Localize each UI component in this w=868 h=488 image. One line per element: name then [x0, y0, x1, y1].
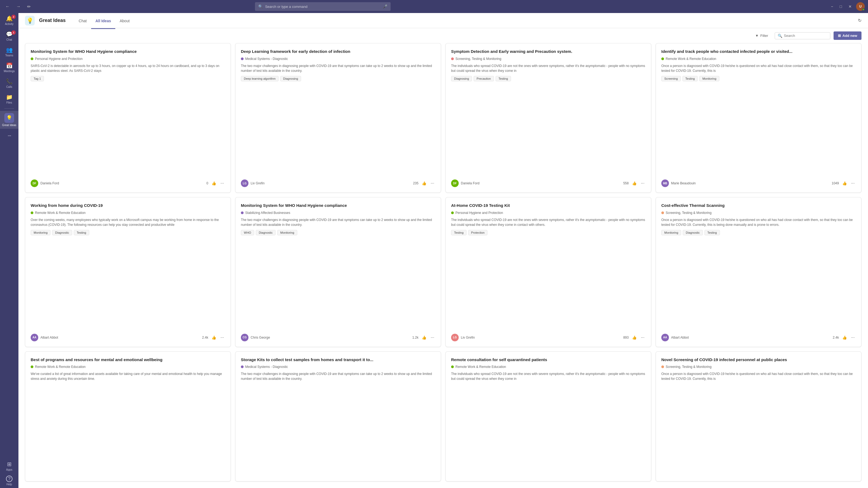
activity-badge: 2: [11, 14, 16, 19]
tag[interactable]: Diagnostic: [256, 230, 276, 235]
refresh-button[interactable]: ↻: [858, 18, 862, 23]
more-options-button[interactable]: ···: [219, 180, 225, 186]
search-input[interactable]: [265, 5, 380, 9]
more-options-button[interactable]: ···: [640, 334, 646, 340]
card-category: Remote Work & Remote Education: [31, 365, 225, 369]
tag[interactable]: Diagnostic: [683, 230, 703, 235]
card-5[interactable]: Working from home during COVID-19 Remote…: [25, 197, 231, 347]
tag[interactable]: Testing: [451, 230, 467, 235]
like-button[interactable]: 👍: [841, 181, 848, 186]
tag[interactable]: Monitoring: [31, 230, 51, 235]
sidebar-item-teams[interactable]: 👥 Teams: [0, 44, 19, 59]
card-8[interactable]: Cost-effective Thermal Scanning Screenin…: [656, 197, 862, 347]
like-button[interactable]: 👍: [421, 335, 428, 340]
tag[interactable]: Testing: [74, 230, 89, 235]
card-description: The two major challenges in diagnosing p…: [241, 63, 435, 73]
category-dot: [31, 58, 33, 60]
sidebar-item-apps[interactable]: ⊞ Apps: [0, 459, 19, 474]
tag[interactable]: Protection: [468, 230, 488, 235]
card-3[interactable]: Symptom Detection and Early warning and …: [445, 43, 651, 193]
category-label: Screening, Testing & Monitoring: [665, 365, 712, 369]
tag[interactable]: Precaution: [474, 76, 494, 82]
channel-logo: 💡: [25, 16, 35, 26]
more-options-button[interactable]: ···: [430, 180, 435, 186]
author-name: Albart Abbot: [40, 336, 200, 339]
tab-all-ideas[interactable]: All Ideas: [91, 14, 116, 29]
tag[interactable]: Monitoring: [277, 230, 297, 235]
close-button[interactable]: ✕: [846, 3, 854, 10]
forward-button[interactable]: →: [14, 3, 23, 10]
more-options-button[interactable]: ···: [850, 180, 856, 186]
sidebar-item-label-meetings: Meetings: [4, 70, 15, 73]
tag[interactable]: Testing: [705, 230, 720, 235]
like-button[interactable]: 👍: [211, 335, 217, 340]
tag[interactable]: Diagnosing: [280, 76, 301, 82]
avatar[interactable]: U: [856, 2, 865, 11]
sidebar-item-great-ideas[interactable]: 💡 Great Ideas: [0, 111, 19, 129]
sidebar-item-label-files: Files: [6, 101, 12, 104]
tab-chat[interactable]: Chat: [74, 14, 91, 29]
card-tags: MonitoringDiagnosticTesting: [31, 230, 225, 235]
sidebar-item-calls[interactable]: 📞 Calls: [0, 76, 19, 91]
tab-about[interactable]: About: [115, 14, 134, 29]
like-button[interactable]: 👍: [211, 181, 217, 186]
author-name: Daniela Ford: [461, 182, 621, 185]
more-options-button[interactable]: ···: [219, 334, 225, 340]
sidebar-item-chat[interactable]: 💬 Chat 1: [0, 29, 19, 43]
toolbar-search-box: 🔍: [775, 32, 830, 39]
tag[interactable]: Tag 1: [31, 76, 44, 82]
tag[interactable]: Monitoring: [699, 76, 719, 82]
card-1[interactable]: Monitoring System for WHO Hand Hygiene c…: [25, 43, 231, 193]
tag[interactable]: Deep learning algorithm: [241, 76, 279, 82]
card-description: Once a person is diagnosed with COVID-19…: [661, 63, 856, 73]
more-icon: ···: [8, 132, 11, 139]
tag[interactable]: Testing: [682, 76, 698, 82]
sidebar-item-help[interactable]: ? Help: [0, 474, 19, 488]
author-name: Liv Grefin: [461, 336, 621, 339]
filter-button[interactable]: ▼ Filter: [752, 32, 771, 39]
card-category: Personal Hygiene and Protection: [31, 57, 225, 61]
like-button[interactable]: 👍: [631, 181, 638, 186]
card-12[interactable]: Novel Screening of COVID-19 infected per…: [656, 351, 862, 482]
like-button[interactable]: 👍: [421, 181, 428, 186]
maximize-button[interactable]: □: [838, 3, 844, 10]
tag[interactable]: Diagnosing: [451, 76, 472, 82]
tag[interactable]: Testing: [496, 76, 511, 82]
card-10[interactable]: Storage Kits to collect test samples fro…: [235, 351, 441, 482]
like-button[interactable]: 👍: [631, 335, 638, 340]
tag[interactable]: Monitoring: [661, 230, 681, 235]
toolbar-search-input[interactable]: [784, 34, 827, 38]
more-options-button[interactable]: ···: [640, 180, 646, 186]
sidebar-item-more[interactable]: ···: [0, 130, 19, 141]
compose-button[interactable]: ✏: [25, 3, 33, 10]
tag[interactable]: Screening: [661, 76, 681, 82]
sidebar-item-activity[interactable]: 🔔 Activity 2: [0, 13, 19, 28]
card-11[interactable]: Remote consultation for self quarantined…: [445, 351, 651, 482]
card-7[interactable]: At-Home COVID-19 Testing Kit Personal Hy…: [445, 197, 651, 347]
add-new-button[interactable]: ⊞ Add new: [834, 31, 862, 40]
more-options-button[interactable]: ···: [850, 334, 856, 340]
sidebar-item-label-activity: Activity: [5, 23, 13, 26]
teams-icon: 👥: [6, 46, 13, 53]
card-4[interactable]: Identify and track people who contacted …: [656, 43, 862, 193]
card-category: Remote Work & Remote Education: [451, 365, 646, 369]
tag[interactable]: WHO: [241, 230, 254, 235]
author-name: Albart Abbot: [671, 336, 831, 339]
tag[interactable]: Diagnostic: [52, 230, 72, 235]
sidebar-item-meetings[interactable]: 📅 Meetings: [0, 60, 19, 75]
back-button[interactable]: ←: [3, 3, 12, 10]
great-ideas-icon-box: 💡: [4, 113, 14, 123]
sidebar-item-files[interactable]: 📁 Files: [0, 92, 19, 106]
card-6[interactable]: Monitoring System for WHO Hand Hygiene c…: [235, 197, 441, 347]
like-count: 893: [623, 336, 629, 339]
more-options-button[interactable]: ···: [430, 334, 435, 340]
like-count: 2.4k: [833, 336, 839, 339]
card-9[interactable]: Best of programs and resources for menta…: [25, 351, 231, 482]
author-avatar: AA: [31, 334, 38, 341]
card-tags: MonitoringDiagnosticTesting: [661, 230, 856, 235]
card-2[interactable]: Deep Learning framework for early detect…: [235, 43, 441, 193]
category-label: Remote Work & Remote Education: [456, 365, 506, 369]
minimize-button[interactable]: −: [829, 3, 835, 10]
card-title: Storage Kits to collect test samples fro…: [241, 357, 435, 362]
like-button[interactable]: 👍: [841, 335, 848, 340]
